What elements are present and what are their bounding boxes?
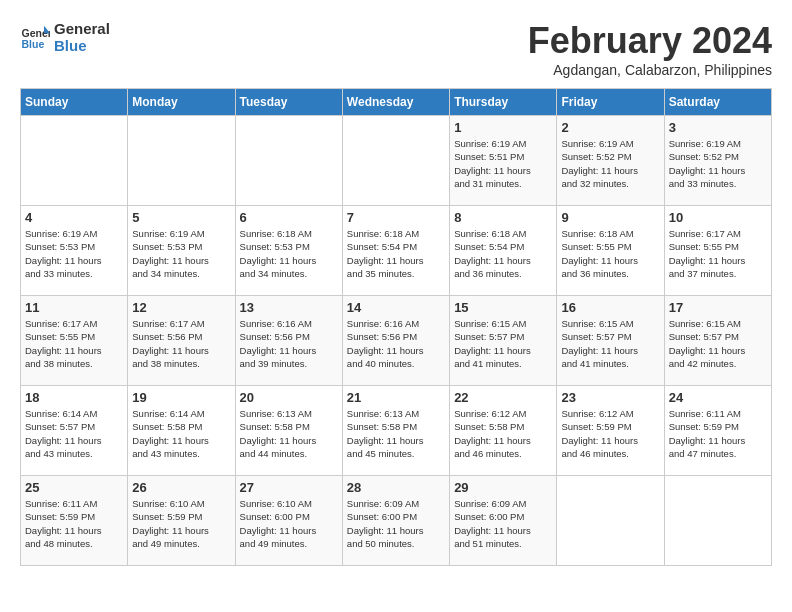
- calendar-day-cell: 18Sunrise: 6:14 AM Sunset: 5:57 PM Dayli…: [21, 386, 128, 476]
- day-info: Sunrise: 6:12 AM Sunset: 5:58 PM Dayligh…: [454, 407, 552, 460]
- day-number: 10: [669, 210, 767, 225]
- day-info: Sunrise: 6:11 AM Sunset: 5:59 PM Dayligh…: [25, 497, 123, 550]
- day-number: 4: [25, 210, 123, 225]
- calendar-day-cell: 8Sunrise: 6:18 AM Sunset: 5:54 PM Daylig…: [450, 206, 557, 296]
- calendar-day-cell: 16Sunrise: 6:15 AM Sunset: 5:57 PM Dayli…: [557, 296, 664, 386]
- calendar-table: SundayMondayTuesdayWednesdayThursdayFrid…: [20, 88, 772, 566]
- calendar-week-row: 1Sunrise: 6:19 AM Sunset: 5:51 PM Daylig…: [21, 116, 772, 206]
- weekday-header-cell: Saturday: [664, 89, 771, 116]
- calendar-day-cell: 15Sunrise: 6:15 AM Sunset: 5:57 PM Dayli…: [450, 296, 557, 386]
- calendar-day-cell: 20Sunrise: 6:13 AM Sunset: 5:58 PM Dayli…: [235, 386, 342, 476]
- day-number: 8: [454, 210, 552, 225]
- day-info: Sunrise: 6:10 AM Sunset: 5:59 PM Dayligh…: [132, 497, 230, 550]
- day-number: 28: [347, 480, 445, 495]
- weekday-header-cell: Monday: [128, 89, 235, 116]
- day-info: Sunrise: 6:11 AM Sunset: 5:59 PM Dayligh…: [669, 407, 767, 460]
- calendar-day-cell: [235, 116, 342, 206]
- calendar-day-cell: 9Sunrise: 6:18 AM Sunset: 5:55 PM Daylig…: [557, 206, 664, 296]
- day-info: Sunrise: 6:16 AM Sunset: 5:56 PM Dayligh…: [347, 317, 445, 370]
- calendar-day-cell: 17Sunrise: 6:15 AM Sunset: 5:57 PM Dayli…: [664, 296, 771, 386]
- day-number: 2: [561, 120, 659, 135]
- calendar-day-cell: 27Sunrise: 6:10 AM Sunset: 6:00 PM Dayli…: [235, 476, 342, 566]
- day-number: 29: [454, 480, 552, 495]
- day-number: 6: [240, 210, 338, 225]
- day-info: Sunrise: 6:18 AM Sunset: 5:55 PM Dayligh…: [561, 227, 659, 280]
- calendar-day-cell: 24Sunrise: 6:11 AM Sunset: 5:59 PM Dayli…: [664, 386, 771, 476]
- day-number: 3: [669, 120, 767, 135]
- weekday-header-cell: Tuesday: [235, 89, 342, 116]
- calendar-day-cell: 29Sunrise: 6:09 AM Sunset: 6:00 PM Dayli…: [450, 476, 557, 566]
- day-info: Sunrise: 6:09 AM Sunset: 6:00 PM Dayligh…: [347, 497, 445, 550]
- day-info: Sunrise: 6:14 AM Sunset: 5:58 PM Dayligh…: [132, 407, 230, 460]
- day-info: Sunrise: 6:17 AM Sunset: 5:55 PM Dayligh…: [669, 227, 767, 280]
- month-title: February 2024: [528, 20, 772, 62]
- weekday-header-cell: Wednesday: [342, 89, 449, 116]
- calendar-day-cell: 7Sunrise: 6:18 AM Sunset: 5:54 PM Daylig…: [342, 206, 449, 296]
- day-number: 13: [240, 300, 338, 315]
- day-number: 12: [132, 300, 230, 315]
- calendar-week-row: 18Sunrise: 6:14 AM Sunset: 5:57 PM Dayli…: [21, 386, 772, 476]
- calendar-day-cell: 2Sunrise: 6:19 AM Sunset: 5:52 PM Daylig…: [557, 116, 664, 206]
- calendar-day-cell: 6Sunrise: 6:18 AM Sunset: 5:53 PM Daylig…: [235, 206, 342, 296]
- day-info: Sunrise: 6:10 AM Sunset: 6:00 PM Dayligh…: [240, 497, 338, 550]
- day-number: 5: [132, 210, 230, 225]
- day-number: 18: [25, 390, 123, 405]
- day-info: Sunrise: 6:19 AM Sunset: 5:53 PM Dayligh…: [132, 227, 230, 280]
- calendar-day-cell: 1Sunrise: 6:19 AM Sunset: 5:51 PM Daylig…: [450, 116, 557, 206]
- day-number: 20: [240, 390, 338, 405]
- calendar-day-cell: [342, 116, 449, 206]
- day-info: Sunrise: 6:15 AM Sunset: 5:57 PM Dayligh…: [454, 317, 552, 370]
- day-info: Sunrise: 6:15 AM Sunset: 5:57 PM Dayligh…: [669, 317, 767, 370]
- day-info: Sunrise: 6:19 AM Sunset: 5:53 PM Dayligh…: [25, 227, 123, 280]
- day-number: 24: [669, 390, 767, 405]
- svg-text:Blue: Blue: [22, 38, 45, 50]
- calendar-week-row: 4Sunrise: 6:19 AM Sunset: 5:53 PM Daylig…: [21, 206, 772, 296]
- day-number: 26: [132, 480, 230, 495]
- calendar-week-row: 25Sunrise: 6:11 AM Sunset: 5:59 PM Dayli…: [21, 476, 772, 566]
- logo-icon: General Blue: [20, 22, 50, 52]
- day-number: 23: [561, 390, 659, 405]
- calendar-week-row: 11Sunrise: 6:17 AM Sunset: 5:55 PM Dayli…: [21, 296, 772, 386]
- logo: General Blue General Blue: [20, 20, 110, 54]
- calendar-day-cell: 26Sunrise: 6:10 AM Sunset: 5:59 PM Dayli…: [128, 476, 235, 566]
- day-number: 21: [347, 390, 445, 405]
- day-info: Sunrise: 6:19 AM Sunset: 5:52 PM Dayligh…: [561, 137, 659, 190]
- calendar-day-cell: 12Sunrise: 6:17 AM Sunset: 5:56 PM Dayli…: [128, 296, 235, 386]
- day-info: Sunrise: 6:18 AM Sunset: 5:54 PM Dayligh…: [454, 227, 552, 280]
- calendar-day-cell: [557, 476, 664, 566]
- calendar-day-cell: 5Sunrise: 6:19 AM Sunset: 5:53 PM Daylig…: [128, 206, 235, 296]
- calendar-day-cell: 23Sunrise: 6:12 AM Sunset: 5:59 PM Dayli…: [557, 386, 664, 476]
- calendar-day-cell: 28Sunrise: 6:09 AM Sunset: 6:00 PM Dayli…: [342, 476, 449, 566]
- day-info: Sunrise: 6:19 AM Sunset: 5:51 PM Dayligh…: [454, 137, 552, 190]
- day-info: Sunrise: 6:18 AM Sunset: 5:53 PM Dayligh…: [240, 227, 338, 280]
- day-number: 17: [669, 300, 767, 315]
- calendar-day-cell: 10Sunrise: 6:17 AM Sunset: 5:55 PM Dayli…: [664, 206, 771, 296]
- day-info: Sunrise: 6:09 AM Sunset: 6:00 PM Dayligh…: [454, 497, 552, 550]
- day-number: 1: [454, 120, 552, 135]
- calendar-day-cell: [664, 476, 771, 566]
- day-number: 11: [25, 300, 123, 315]
- day-info: Sunrise: 6:12 AM Sunset: 5:59 PM Dayligh…: [561, 407, 659, 460]
- logo-general: General: [54, 20, 110, 37]
- day-number: 19: [132, 390, 230, 405]
- day-number: 25: [25, 480, 123, 495]
- calendar-day-cell: [21, 116, 128, 206]
- calendar-day-cell: 25Sunrise: 6:11 AM Sunset: 5:59 PM Dayli…: [21, 476, 128, 566]
- calendar-day-cell: [128, 116, 235, 206]
- day-info: Sunrise: 6:15 AM Sunset: 5:57 PM Dayligh…: [561, 317, 659, 370]
- location: Agdangan, Calabarzon, Philippines: [528, 62, 772, 78]
- day-number: 7: [347, 210, 445, 225]
- day-info: Sunrise: 6:17 AM Sunset: 5:55 PM Dayligh…: [25, 317, 123, 370]
- calendar-day-cell: 11Sunrise: 6:17 AM Sunset: 5:55 PM Dayli…: [21, 296, 128, 386]
- calendar-day-cell: 19Sunrise: 6:14 AM Sunset: 5:58 PM Dayli…: [128, 386, 235, 476]
- weekday-header-cell: Friday: [557, 89, 664, 116]
- day-info: Sunrise: 6:19 AM Sunset: 5:52 PM Dayligh…: [669, 137, 767, 190]
- calendar-day-cell: 21Sunrise: 6:13 AM Sunset: 5:58 PM Dayli…: [342, 386, 449, 476]
- title-area: February 2024 Agdangan, Calabarzon, Phil…: [528, 20, 772, 78]
- logo-blue: Blue: [54, 37, 110, 54]
- day-number: 14: [347, 300, 445, 315]
- day-number: 27: [240, 480, 338, 495]
- day-info: Sunrise: 6:13 AM Sunset: 5:58 PM Dayligh…: [347, 407, 445, 460]
- day-number: 15: [454, 300, 552, 315]
- calendar-day-cell: 14Sunrise: 6:16 AM Sunset: 5:56 PM Dayli…: [342, 296, 449, 386]
